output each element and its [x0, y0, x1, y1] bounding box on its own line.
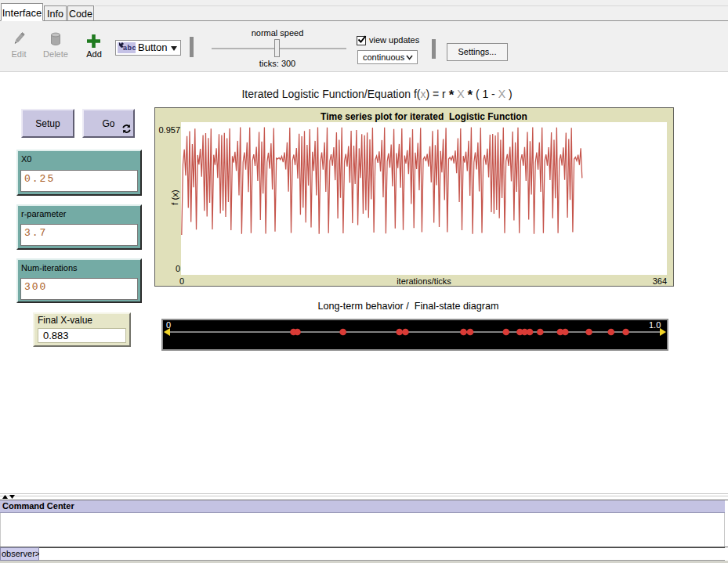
svg-text:0: 0: [166, 320, 171, 330]
svg-text:1.0: 1.0: [649, 320, 661, 330]
